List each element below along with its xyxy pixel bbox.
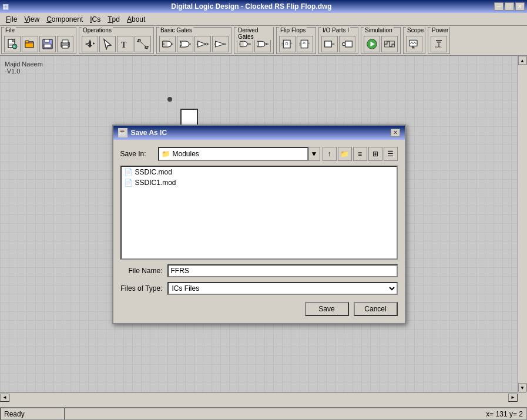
dialog-close-button[interactable]: ✕ [391,129,400,137]
clock-simulation-button[interactable] [381,36,398,52]
toolbar-basic-gates-label: Basic Gates [159,27,193,33]
svg-point-56 [343,43,345,46]
vcc-tool[interactable]: Vcc- [431,36,447,52]
save-as-ic-dialog: ☕ Save As IC ✕ Save In: 📁 Modules [112,125,406,324]
and-gate-tool[interactable] [159,36,176,52]
toolbar-file-label: File [4,27,16,33]
canvas-area[interactable]: Majid Naeem -V1.0 ☕ Save As IC ✕ [0,56,518,392]
toolbar-derived-gates-label: Derived Gates [237,27,273,40]
dff-tool[interactable]: D [279,36,296,52]
dialog-title-text: Save As IC [131,129,167,137]
menu-bar: File View Component ICs Tpd About [0,13,527,26]
dialog-body: Save In: 📁 Modules ▼ ↑ 📁 ≡ [113,140,405,323]
toolbar-simulation-label: Simulation [364,27,394,33]
file-name-row: File Name: [120,264,398,277]
toolbar-power-label: Power [431,27,449,33]
svg-marker-27 [198,41,206,47]
toolbar-io-label: I/O Parts I [321,27,350,33]
scrollbar-down-button[interactable]: ▼ [518,383,526,392]
file-list[interactable]: 📄 SSDIC.mod 📄 SSDIC1.mod [120,166,398,260]
view-icons-button[interactable]: ☰ [384,147,398,161]
svg-point-40 [265,43,267,45]
scrollbar-right-button[interactable]: ► [508,394,518,402]
open-button[interactable] [22,36,38,52]
text-tool[interactable]: T [117,36,133,52]
toolbar-group-derived-gates: Derived Gates [234,27,274,54]
svg-rect-60 [409,40,417,46]
toolbar-group-io: I/O Parts I [318,27,358,54]
minimize-button[interactable]: ─ [494,2,503,11]
move-tool[interactable] [82,36,98,52]
status-ready: Ready [0,408,65,420]
svg-text:+: + [13,45,15,49]
file-item-ssdic[interactable]: 📄 SSDIC.mod [122,167,397,177]
save-in-dropdown-btn[interactable]: ▼ [308,147,320,161]
svg-rect-2 [9,43,14,43]
file-name-ssdic1: SSDIC1.mod [135,179,176,187]
file-icon-ssdic1: 📄 [124,179,133,187]
svg-rect-9 [25,41,29,43]
run-simulation-button[interactable] [364,36,380,52]
dialog-title-bar: ☕ Save As IC ✕ [113,126,405,140]
menu-tpd[interactable]: Tpd [104,14,123,25]
dialog-title-icon: ☕ [118,128,127,137]
window-title: Digital Logic Design - Clocked RS Flip F… [9,2,494,11]
toolbar-area: File + Operations T [0,26,527,56]
svg-rect-8 [25,43,33,48]
svg-rect-12 [44,44,51,48]
view-details-button[interactable]: ⊞ [368,147,382,161]
toolbar-group-simulation: Simulation [361,27,401,54]
buffer-gate-tool[interactable] [212,36,229,52]
maximize-button[interactable]: □ [505,2,514,11]
view-list-button[interactable]: ≡ [353,147,367,161]
svg-text:Vcc-: Vcc- [435,45,442,49]
save-in-folder-icon: 📁 Modules [158,147,308,161]
output-tool[interactable] [339,36,355,52]
file-name-input[interactable] [167,264,398,277]
menu-view[interactable]: View [21,14,43,25]
save-button[interactable] [39,36,56,52]
not-gate-tool[interactable] [194,36,211,52]
toolbar-operations-label: Operations [82,27,113,33]
status-bar: Ready x= 131 y= 2 [0,407,527,420]
close-button[interactable]: ✕ [515,2,525,11]
input-tool[interactable] [321,36,338,52]
menu-component[interactable]: Component [43,14,86,25]
menu-file[interactable]: File [2,14,21,25]
vertical-scrollbar[interactable]: ▲ ▼ [518,56,527,392]
navigate-up-button[interactable]: ↑ [323,147,337,161]
dialog-buttons: Save Cancel [120,300,398,316]
jkff-tool[interactable]: JK [297,36,313,52]
save-in-combo: 📁 Modules ▼ [158,147,320,161]
file-name-ssdic: SSDIC.mod [135,168,172,176]
scrollbar-left-button[interactable]: ◄ [0,394,9,402]
cancel-dialog-button[interactable]: Cancel [354,302,398,316]
create-folder-button[interactable]: 📁 [338,147,352,161]
menu-about[interactable]: About [123,14,149,25]
or-gate-tool[interactable] [177,36,193,52]
files-of-type-select[interactable]: ICs Files [167,282,398,295]
title-bar: ▦ Digital Logic Design - Clocked RS Flip… [0,0,527,13]
scope-tool[interactable] [406,36,422,52]
select-tool[interactable] [99,36,116,52]
toolbar-flip-flops-label: Flip Flops [279,27,307,33]
svg-rect-4 [9,45,12,46]
print-button[interactable] [57,36,73,52]
svg-line-18 [140,41,146,47]
horizontal-scrollbar[interactable]: ◄ ► [0,392,518,402]
menu-ics[interactable]: ICs [86,14,104,25]
save-dialog-button[interactable]: Save [305,302,349,316]
toolbar-group-scope: Scope [403,27,425,54]
svg-rect-52 [325,41,332,47]
svg-text:T: T [121,41,127,49]
resize-tool[interactable] [135,36,151,52]
toolbar-group-operations: Operations T [79,27,154,54]
circuit-node-1 [167,97,172,102]
dialog-toolbar: ↑ 📁 ≡ ⊞ ☰ [323,147,398,161]
coords-label: x= 131 y= 2 [486,410,523,418]
scrollbar-up-button[interactable]: ▲ [518,56,526,65]
new-button[interactable]: + [4,36,21,52]
toolbar-group-file: File + [1,27,76,54]
svg-rect-16 [68,43,69,45]
file-item-ssdic1[interactable]: 📄 SSDIC1.mod [122,177,397,188]
